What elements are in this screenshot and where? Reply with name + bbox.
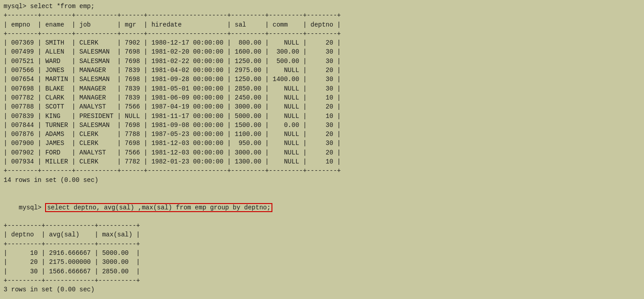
emp-row-12: | 007900 | JAMES | CLERK | 7698 | 1981-1… (4, 139, 640, 148)
emp-row-5: | 007654 | MARTIN | SALESMAN | 7698 | 19… (4, 75, 640, 84)
terminal: mysql> select *from emp; +--------+-----… (0, 0, 644, 299)
empty-line-1 (4, 185, 640, 194)
query-text-1: select *from emp; (30, 3, 95, 10)
prompt-1: mysql> (4, 3, 26, 10)
prompt-2: mysql> (19, 204, 41, 211)
group-row-1: | 10 | 2916.666667 | 5000.00 | (4, 249, 640, 258)
emp-row-4: | 007566 | JONES | MANAGER | 7839 | 1981… (4, 66, 640, 75)
table-sep-top: +--------+--------+-----------+------+--… (4, 11, 640, 20)
emp-row-13: | 007902 | FORD | ANALYST | 7566 | 1981-… (4, 148, 640, 157)
query-line-1: mysql> select *from emp; (4, 2, 640, 11)
table-header: | empno | ename | job | mgr | hiredate |… (4, 20, 640, 29)
emp-row-7: | 007782 | CLARK | MANAGER | 7839 | 1981… (4, 93, 640, 102)
emp-row-3: | 007521 | WARD | SALESMAN | 7698 | 1981… (4, 57, 640, 66)
emp-row-1: | 007369 | SMITH | CLERK | 7902 | 1980-1… (4, 38, 640, 47)
emp-row-8: | 007788 | SCOTT | ANALYST | 7566 | 1987… (4, 102, 640, 111)
emp-row-2: | 007499 | ALLEN | SALESMAN | 7698 | 198… (4, 47, 640, 56)
group-sep-header: +---------+-------------+----------+ (4, 240, 640, 249)
emp-row-11: | 007876 | ADAMS | CLERK | 7788 | 1987-0… (4, 130, 640, 139)
emp-row-10: | 007844 | TURNER | SALESMAN | 7698 | 19… (4, 121, 640, 130)
emp-row-14: | 007934 | MILLER | CLERK | 7782 | 1982-… (4, 157, 640, 166)
rows-count-2: 3 rows in set (0.00 sec) (4, 285, 640, 294)
group-sep-top: +---------+-------------+----------+ (4, 221, 640, 230)
group-header: | deptno | avg(sal) | max(sal) | (4, 230, 640, 239)
emp-row-9: | 007839 | KING | PRESIDENT | NULL | 198… (4, 112, 640, 121)
table-sep-bottom: +--------+--------+-----------+------+--… (4, 166, 640, 175)
query-highlighted: select deptno, avg(sal) ,max(sal) from e… (45, 203, 272, 212)
group-row-2: | 20 | 2175.000000 | 3000.00 | (4, 258, 640, 267)
empty-line-2 (4, 294, 640, 299)
emp-row-6: | 007698 | BLAKE | MANAGER | 7839 | 1981… (4, 84, 640, 93)
rows-count-1: 14 rows in set (0.00 sec) (4, 176, 640, 185)
group-row-3: | 30 | 1566.666667 | 2850.00 | (4, 267, 640, 276)
query-line-2: mysql> select deptno, avg(sal) ,max(sal)… (4, 194, 640, 221)
table-sep-header: +--------+--------+-----------+------+--… (4, 29, 640, 38)
group-sep-bottom: +---------+-------------+----------+ (4, 276, 640, 285)
